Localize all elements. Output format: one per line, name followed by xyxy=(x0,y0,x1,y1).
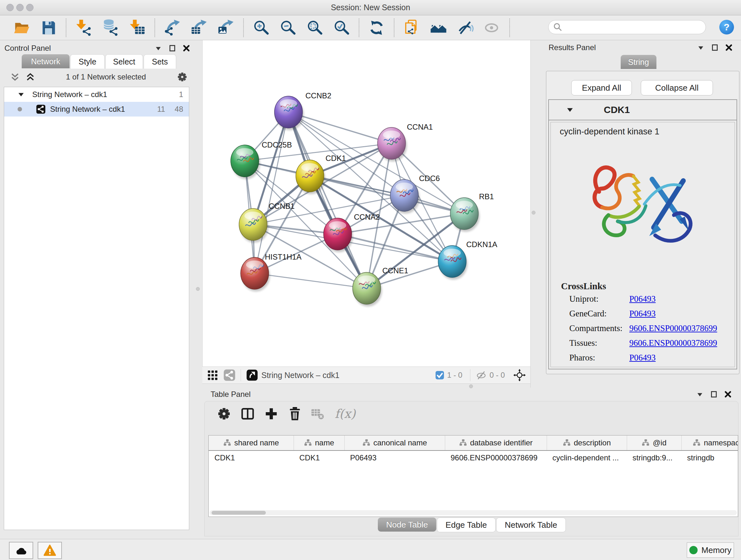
column-header-database-identifier[interactable]: database identifier xyxy=(445,435,547,450)
zoom-in-icon[interactable] xyxy=(252,19,270,37)
table-row[interactable]: CDK1CDK1P064939606.ENSP00000378699cyclin… xyxy=(209,451,738,465)
network-node-ccnb1[interactable]: CCNB1 xyxy=(239,202,294,243)
network-node-rb1[interactable]: RB1 xyxy=(450,192,494,232)
warnings-button[interactable] xyxy=(38,542,62,559)
grid-view-icon[interactable] xyxy=(207,369,218,381)
copy-network-icon[interactable] xyxy=(403,19,421,37)
table-cell[interactable]: CDK1 xyxy=(293,453,344,462)
tab-string[interactable]: String xyxy=(621,55,657,69)
scrollbar-thumb[interactable] xyxy=(212,511,266,515)
network-row[interactable]: String Network – cdk1 11 48 xyxy=(4,102,189,117)
column-header-shared-name[interactable]: shared name xyxy=(209,435,293,450)
panel-resize-handle[interactable] xyxy=(196,287,200,291)
table-cell[interactable]: stringdb xyxy=(681,453,738,462)
apply-layout-icon[interactable] xyxy=(367,19,386,37)
close-panel-icon[interactable] xyxy=(182,44,191,53)
float-panel-icon[interactable] xyxy=(709,389,719,399)
selected-checkbox-icon[interactable] xyxy=(435,370,445,380)
tab-style[interactable]: Style xyxy=(70,54,105,69)
collapse-panel-icon[interactable] xyxy=(153,44,163,53)
tab-network-table[interactable]: Network Table xyxy=(496,517,566,532)
float-panel-icon[interactable] xyxy=(167,44,177,53)
minimize-window-button[interactable] xyxy=(16,4,23,11)
glasses-icon[interactable] xyxy=(456,19,474,37)
float-panel-icon[interactable] xyxy=(710,43,720,52)
table-cell[interactable]: CDK1 xyxy=(209,453,293,462)
tab-select[interactable]: Select xyxy=(105,54,143,69)
network-edge[interactable] xyxy=(255,273,367,288)
save-session-icon[interactable] xyxy=(40,19,57,37)
close-panel-icon[interactable] xyxy=(723,389,733,399)
crosslink-uniprot[interactable]: P06493 xyxy=(629,294,656,304)
network-node-cdc25b[interactable]: CDC25B xyxy=(231,140,292,179)
crosslink-genecard[interactable]: P06493 xyxy=(629,309,656,319)
table-cell[interactable]: P06493 xyxy=(344,453,445,462)
column-header-namespace[interactable]: namespace xyxy=(681,435,738,450)
network-node-cdkn1a[interactable]: CDKN1A xyxy=(438,240,497,280)
tab-edge-table[interactable]: Edge Table xyxy=(437,517,495,532)
tab-network[interactable]: Network xyxy=(22,54,70,68)
protein-collapse-icon[interactable] xyxy=(565,105,575,114)
column-header-canonical-name[interactable]: canonical name xyxy=(344,435,445,450)
network-edge[interactable] xyxy=(288,112,367,288)
import-network-database-icon[interactable] xyxy=(102,19,119,37)
close-window-button[interactable] xyxy=(6,4,14,11)
crosslink-compartments[interactable]: 9606.ENSP00000378699 xyxy=(629,323,717,333)
home-icon[interactable] xyxy=(429,19,448,37)
detach-view-icon[interactable] xyxy=(246,369,258,381)
table-horizontal-scrollbar[interactable] xyxy=(210,510,737,515)
search-input[interactable] xyxy=(565,22,705,32)
crosslink-pharos[interactable]: P06493 xyxy=(629,353,656,363)
open-session-icon[interactable] xyxy=(13,19,30,37)
column-header-description[interactable]: description xyxy=(547,435,627,450)
eye-icon[interactable] xyxy=(483,19,501,37)
export-table-icon[interactable] xyxy=(190,19,208,37)
crosslink-tissues[interactable]: 9606.ENSP00000378699 xyxy=(629,338,717,348)
create-column-plus-icon[interactable] xyxy=(263,406,279,422)
network-list-share-icon[interactable] xyxy=(223,369,235,381)
column-header-name[interactable]: name xyxy=(293,435,344,450)
export-network-icon[interactable] xyxy=(163,19,181,37)
network-node-ccne1[interactable]: CCNE1 xyxy=(353,266,408,307)
import-table-icon[interactable] xyxy=(128,19,146,37)
network-edge[interactable] xyxy=(288,112,392,143)
zoom-out-icon[interactable] xyxy=(279,19,297,37)
close-panel-icon[interactable] xyxy=(724,43,734,52)
table-options-gear-icon[interactable] xyxy=(216,406,232,422)
table-cell[interactable]: 9606.ENSP00000378699 xyxy=(445,453,547,462)
network-node-ccnb2[interactable]: CCNB2 xyxy=(274,91,331,130)
help-button[interactable]: ? xyxy=(719,20,734,35)
table-cell[interactable]: stringdb:9... xyxy=(627,453,681,462)
delete-table-icon[interactable] xyxy=(311,407,325,421)
collapse-panel-icon[interactable] xyxy=(695,389,704,399)
cloud-status-button[interactable] xyxy=(9,542,33,559)
delete-column-trash-icon[interactable] xyxy=(287,406,303,422)
network-edge[interactable] xyxy=(310,176,464,213)
maximize-window-button[interactable] xyxy=(26,4,33,11)
network-edge[interactable] xyxy=(255,112,288,273)
network-options-gear-icon[interactable] xyxy=(176,71,188,83)
expand-all-networks-icon[interactable] xyxy=(25,71,36,82)
collection-expand-icon[interactable] xyxy=(17,90,25,99)
collapse-all-networks-icon[interactable] xyxy=(10,71,20,82)
zoom-fit-icon[interactable] xyxy=(306,19,324,37)
network-node-cdc6[interactable]: CDC6 xyxy=(390,174,440,213)
column-header--id[interactable]: @id xyxy=(627,435,681,450)
network-node-hist1h1a[interactable]: HIST1H1A xyxy=(241,253,301,292)
search-field[interactable] xyxy=(548,20,706,34)
tab-sets[interactable]: Sets xyxy=(144,54,176,69)
import-network-file-icon[interactable] xyxy=(75,19,92,37)
memory-button[interactable]: Memory xyxy=(687,543,734,558)
export-image-icon[interactable] xyxy=(217,19,235,37)
network-canvas[interactable]: CCNB2CCNA1CDC25BCDK1CDC6RB1CCNB1CCNA2CDK… xyxy=(202,40,531,367)
table-cell[interactable]: cyclin-dependent ... xyxy=(547,453,627,462)
hidden-eye-slash-icon[interactable] xyxy=(475,369,487,381)
collapse-all-button[interactable]: Collapse All xyxy=(641,80,713,96)
expand-all-button[interactable]: Expand All xyxy=(571,80,632,96)
network-collection-row[interactable]: String Network – cdk1 1 xyxy=(4,87,189,102)
function-builder-icon[interactable]: f(x) xyxy=(335,407,355,421)
zoom-selected-icon[interactable] xyxy=(333,19,350,37)
tab-node-table[interactable]: Node Table xyxy=(378,517,436,532)
collapse-panel-icon[interactable] xyxy=(696,43,705,52)
show-columns-icon[interactable] xyxy=(240,406,256,422)
